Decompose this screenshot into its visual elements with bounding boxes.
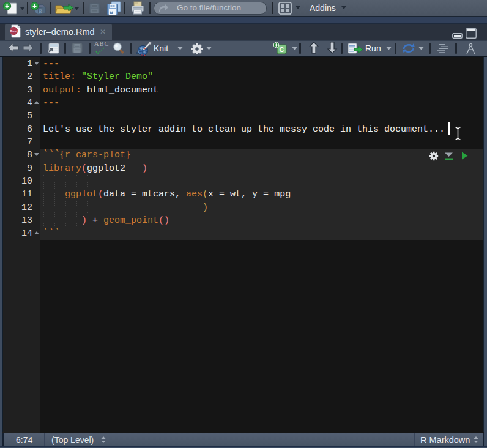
svg-text:C: C xyxy=(280,46,284,53)
svg-text:Rmd: Rmd xyxy=(10,29,17,33)
svg-text:R: R xyxy=(38,9,42,14)
